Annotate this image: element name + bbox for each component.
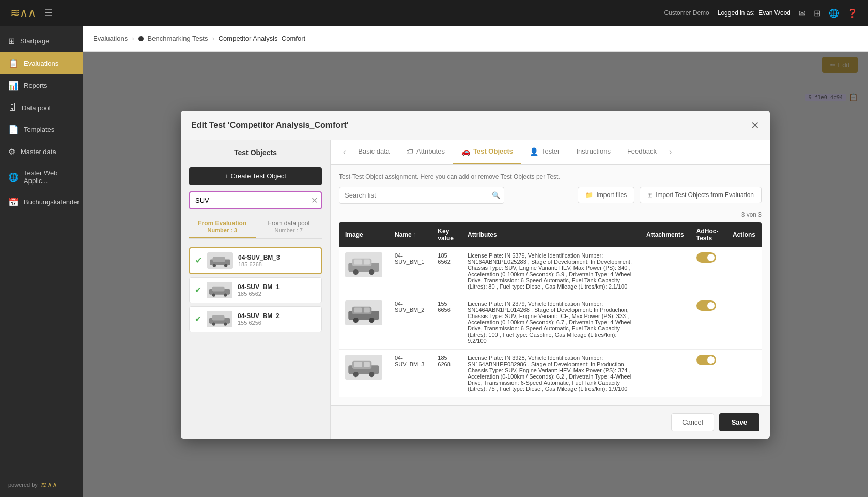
tab-basic-data[interactable]: Basic data: [350, 140, 398, 164]
logout-icon[interactable]: ⊞: [814, 8, 820, 18]
bc-benchmarking[interactable]: Benchmarking Tests: [148, 35, 208, 42]
tab-nav-prev-arrow[interactable]: ‹: [339, 141, 350, 163]
bc-sep2: ›: [212, 35, 214, 42]
svg-point-3: [224, 264, 227, 267]
cell-attachments: [640, 295, 690, 349]
sidebar-item-reports[interactable]: 📊 Reports: [0, 74, 83, 97]
sidebar-item-master-data[interactable]: ⚙ Master data: [0, 141, 83, 163]
svg-rect-28: [354, 362, 362, 367]
car-thumbnail: [345, 252, 382, 277]
obj-id: 185 6562: [238, 291, 316, 297]
sidebar-item-templates[interactable]: 📄 Templates: [0, 118, 83, 141]
cell-name: 04-SUV_BM_2: [389, 295, 431, 349]
cell-key-value: 155 6656: [431, 295, 461, 349]
import-eval-icon: ⊞: [647, 191, 653, 199]
check-icon: ✔: [195, 285, 202, 295]
list-item[interactable]: ✔ 04-SUV_BM_2: [189, 306, 322, 332]
car-thumbnail: [345, 300, 382, 325]
search-clear-icon[interactable]: ✕: [311, 195, 318, 205]
cell-image: [339, 295, 389, 349]
tab-instructions-label: Instructions: [576, 147, 610, 155]
adhoc-toggle[interactable]: [696, 355, 716, 365]
toolbar: 🔍 📁 Import files ⊞ Import Test Objects f…: [339, 187, 762, 204]
sidebar-bottom: powered by ≋∧∧: [0, 472, 83, 497]
cell-image: [339, 247, 389, 295]
svg-rect-22: [354, 307, 362, 312]
sidebar-item-startpage[interactable]: ⊞ Startpage: [0, 30, 83, 52]
svg-point-2: [213, 264, 216, 267]
search-list-input[interactable]: [339, 187, 504, 204]
list-item[interactable]: ✔ 04-SUV_BM_1: [189, 277, 322, 303]
toolbar-right: 📁 Import files ⊞ Import Test Objects fro…: [578, 187, 762, 203]
adhoc-toggle[interactable]: [696, 252, 716, 263]
import-files-icon: 📁: [585, 191, 593, 199]
cell-name: 04-SUV_BM_1: [389, 247, 431, 295]
data-table: Image Name ↑ Key value Attributes Attach…: [339, 222, 762, 397]
logged-in-label: Logged in as: Evan Wood: [718, 9, 791, 17]
logo-icon: ≋∧∧: [10, 6, 36, 20]
sidebar-item-buchungskalender[interactable]: 📅 Buchungskalender: [0, 191, 83, 213]
col-attributes: Attributes: [461, 222, 640, 247]
search-wrap: ✕: [189, 191, 322, 209]
sidebar-item-evaluations[interactable]: 📋 Evaluations: [0, 52, 83, 74]
object-list: ✔ 04-SUV_BM_3: [189, 247, 322, 332]
car-image: [207, 252, 233, 269]
obj-name: 04-SUV_BM_2: [238, 312, 316, 320]
object-search-input[interactable]: [189, 191, 322, 209]
svg-rect-9: [212, 315, 225, 320]
tab-from-evaluation-label: From Evaluation: [191, 220, 254, 227]
col-name[interactable]: Name ↑: [389, 222, 431, 247]
tab-test-objects-label: Test Objects: [473, 147, 513, 155]
sidebar-item-label: Templates: [24, 126, 54, 133]
globe-icon[interactable]: 🌐: [829, 8, 839, 18]
reports-icon: 📊: [8, 81, 19, 91]
sidebar-item-data-pool[interactable]: 🗄 Data pool: [0, 97, 83, 118]
hamburger-menu[interactable]: ☰: [44, 7, 53, 19]
svg-rect-5: [212, 286, 225, 291]
tab-instructions[interactable]: Instructions: [568, 140, 618, 164]
cell-attachments: [640, 247, 690, 295]
check-icon: ✔: [195, 255, 202, 265]
cell-adhoc: [690, 247, 726, 295]
import-files-button[interactable]: 📁 Import files: [578, 187, 634, 203]
modal-overlay: Edit Test 'Competitor Analysis_Comfort' …: [83, 52, 868, 497]
obj-id: 155 6256: [238, 320, 316, 326]
bc-current: Competitor Analysis_Comfort: [219, 35, 305, 42]
tester-icon: 👤: [530, 147, 538, 156]
sidebar-item-label: Master data: [21, 148, 56, 156]
tab-attributes[interactable]: 🏷 Attributes: [398, 140, 453, 164]
modal-title: Edit Test 'Competitor Analysis_Comfort': [191, 121, 349, 130]
cell-attributes: License Plate: IN 5379, Vehicle Identifi…: [461, 247, 640, 295]
import-eval-button[interactable]: ⊞ Import Test Objects from Evaluation: [640, 187, 762, 203]
tab-feedback[interactable]: Feedback: [619, 140, 665, 164]
table-row: 04-SUV_BM_2 155 6656 License Plate: IN 2…: [339, 295, 762, 349]
cancel-button[interactable]: Cancel: [671, 413, 714, 431]
create-test-object-button[interactable]: + Create Test Object: [189, 167, 322, 185]
cell-key-value: 185 6562: [431, 247, 461, 295]
tab-from-evaluation[interactable]: From Evaluation Number : 3: [189, 216, 256, 238]
mail-icon[interactable]: ✉: [799, 8, 805, 18]
col-image: Image: [339, 222, 389, 247]
sidebar-item-label: Reports: [24, 82, 48, 89]
sidebar-item-tester-web[interactable]: 🌐 Tester Web Applic...: [0, 163, 83, 191]
help-icon[interactable]: ❓: [847, 8, 858, 18]
data-pool-icon: 🗄: [8, 103, 17, 112]
tab-from-data-pool[interactable]: From data pool Number : 7: [256, 216, 322, 238]
list-item[interactable]: ✔ 04-SUV_BM_3: [189, 247, 322, 274]
tab-nav-next-arrow[interactable]: ›: [665, 141, 676, 163]
modal-close-button[interactable]: ✕: [751, 119, 760, 131]
tab-test-objects[interactable]: 🚗 Test Objects: [453, 140, 521, 164]
tab-tester[interactable]: 👤 Tester: [521, 140, 568, 164]
customer-label: Customer Demo: [664, 9, 709, 17]
car-image: [207, 282, 233, 298]
search-icon: 🔍: [492, 191, 500, 199]
modal-footer: Cancel Save: [331, 405, 770, 439]
source-tabs: From Evaluation Number : 3 From data poo…: [189, 216, 322, 239]
table-row: 04-SUV_BM_3 185 6268 License Plate: IN 3…: [339, 349, 762, 397]
adhoc-toggle[interactable]: [696, 300, 716, 311]
tab-from-data-pool-label: From data pool: [258, 220, 320, 227]
svg-point-14: [353, 269, 359, 274]
test-objects-icon: 🚗: [461, 147, 470, 156]
save-button[interactable]: Save: [719, 413, 760, 431]
bc-evaluations[interactable]: Evaluations: [93, 35, 128, 42]
